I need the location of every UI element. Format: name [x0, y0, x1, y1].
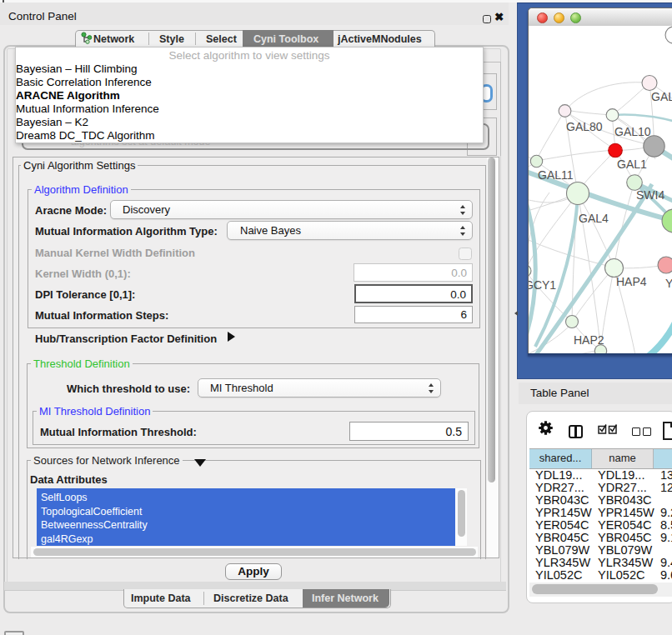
svg-text:GAL80: GAL80: [566, 120, 603, 133]
svg-text:GAL11: GAL11: [538, 168, 574, 182]
svg-text:GAL7: GAL7: [651, 90, 672, 103]
svg-text:SWI4: SWI4: [636, 188, 664, 202]
svg-text:GAL1: GAL1: [617, 158, 647, 171]
svg-text:Y: Y: [665, 277, 672, 290]
svg-text:GAL10: GAL10: [614, 125, 651, 138]
svg-text:HAP2: HAP2: [574, 333, 604, 347]
svg-text:GCY1: GCY1: [529, 278, 556, 292]
svg-text:HAP4: HAP4: [616, 275, 647, 288]
svg-text:GAL4: GAL4: [579, 212, 609, 225]
